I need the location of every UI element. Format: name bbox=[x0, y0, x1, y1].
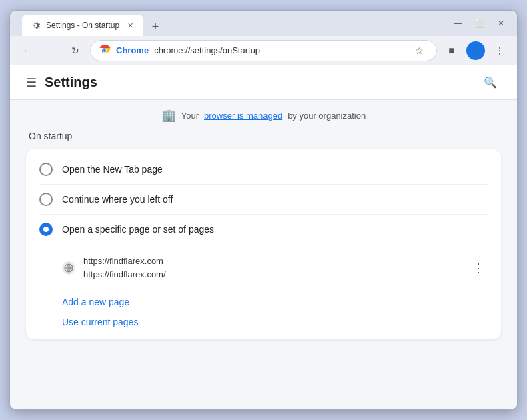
option-new-tab-label: Open the New Tab page bbox=[62, 164, 163, 175]
profile-icon: 👤 bbox=[470, 45, 482, 56]
startup-page-entry: https://findflarex.com https://findflare… bbox=[62, 249, 488, 286]
reload-button[interactable]: ↻ bbox=[66, 41, 85, 60]
option-continue-label: Continue where you left off bbox=[62, 194, 173, 205]
minimize-button[interactable]: — bbox=[449, 14, 468, 33]
active-tab[interactable]: Settings - On startup ✕ bbox=[22, 15, 143, 36]
browser-managed-link[interactable]: browser is managed bbox=[204, 111, 282, 121]
radio-new-tab bbox=[39, 163, 53, 176]
option-specific[interactable]: Open a specific page or set of pages bbox=[26, 215, 501, 244]
option-new-tab[interactable]: Open the New Tab page bbox=[26, 155, 501, 184]
forward-button[interactable]: → bbox=[42, 41, 61, 60]
more-options-icon: ⋮ bbox=[495, 45, 504, 56]
hamburger-menu-icon[interactable]: ☰ bbox=[26, 75, 37, 90]
title-bar: Settings - On startup ✕ + — ⬜ ✕ bbox=[10, 11, 517, 36]
managed-pre-text: Your bbox=[181, 111, 199, 121]
startup-url-2: https://findflarex.com/ bbox=[83, 268, 461, 281]
add-new-page-link[interactable]: Add a new page bbox=[26, 291, 501, 310]
use-current-pages-link[interactable]: Use current pages bbox=[26, 310, 501, 334]
address-bar: ← → ↻ Chrome chrome://settings/onStartup bbox=[10, 36, 517, 65]
page-content: ☰ Settings 🔍 🏢 Your browser is managed b… bbox=[10, 65, 517, 409]
new-tab-button[interactable]: + bbox=[146, 17, 165, 36]
chrome-brand-label: Chrome bbox=[116, 45, 149, 55]
page-entry-menu-button[interactable]: ⋮ bbox=[469, 259, 488, 277]
tab-title: Settings - On startup bbox=[46, 21, 119, 30]
page-favicon-icon bbox=[62, 261, 75, 275]
search-settings-button[interactable]: 🔍 bbox=[480, 72, 501, 93]
bookmark-button[interactable]: ☆ bbox=[410, 41, 428, 60]
menu-button[interactable]: ⋮ bbox=[490, 41, 509, 60]
back-button[interactable]: ← bbox=[18, 41, 37, 60]
section-label: On startup bbox=[26, 131, 501, 141]
url-bar[interactable]: Chrome chrome://settings/onStartup ☆ bbox=[90, 40, 437, 61]
managed-notice: 🏢 Your browser is managed by your organi… bbox=[10, 100, 517, 131]
managed-post-text: by your organization bbox=[288, 111, 366, 121]
startup-page-urls: https://findflarex.com https://findflare… bbox=[83, 255, 461, 281]
settings-header: ☰ Settings 🔍 bbox=[10, 65, 517, 100]
tab-close-button[interactable]: ✕ bbox=[125, 20, 135, 31]
svg-point-2 bbox=[103, 49, 106, 51]
organization-icon: 🏢 bbox=[161, 108, 176, 123]
close-button[interactable]: ✕ bbox=[492, 14, 510, 33]
vertical-dots-icon: ⋮ bbox=[472, 261, 484, 275]
startup-options-card: Open the New Tab page Continue where you… bbox=[26, 149, 501, 339]
page-title: Settings bbox=[45, 75, 480, 90]
tab-favicon bbox=[30, 20, 41, 31]
profile-button[interactable]: 👤 bbox=[466, 41, 485, 60]
search-icon: 🔍 bbox=[484, 76, 497, 89]
tab-area: Settings - On startup ✕ + bbox=[22, 11, 449, 36]
startup-pages-section: https://findflarex.com https://findflare… bbox=[26, 244, 501, 291]
extensions-button[interactable]: ■ bbox=[442, 41, 461, 60]
window-controls: — ⬜ ✕ bbox=[449, 14, 510, 33]
extensions-icon: ■ bbox=[448, 45, 455, 57]
radio-specific bbox=[39, 223, 53, 236]
startup-url-1: https://findflarex.com bbox=[83, 255, 461, 268]
option-specific-label: Open a specific page or set of pages bbox=[62, 224, 214, 235]
bookmark-icon: ☆ bbox=[415, 45, 424, 56]
reload-icon: ↻ bbox=[71, 45, 79, 56]
address-actions: ☆ bbox=[410, 41, 428, 60]
radio-continue bbox=[39, 193, 53, 206]
forward-icon: → bbox=[47, 45, 56, 56]
url-display: chrome://settings/onStartup bbox=[154, 45, 404, 55]
back-icon: ← bbox=[23, 45, 32, 56]
maximize-button[interactable]: ⬜ bbox=[470, 14, 489, 33]
option-continue[interactable]: Continue where you left off bbox=[26, 185, 501, 214]
settings-section: On startup Open the New Tab page Continu… bbox=[10, 131, 517, 355]
chrome-logo-icon bbox=[99, 45, 111, 57]
browser-window: Settings - On startup ✕ + — ⬜ ✕ ← → ↻ bbox=[9, 10, 518, 410]
